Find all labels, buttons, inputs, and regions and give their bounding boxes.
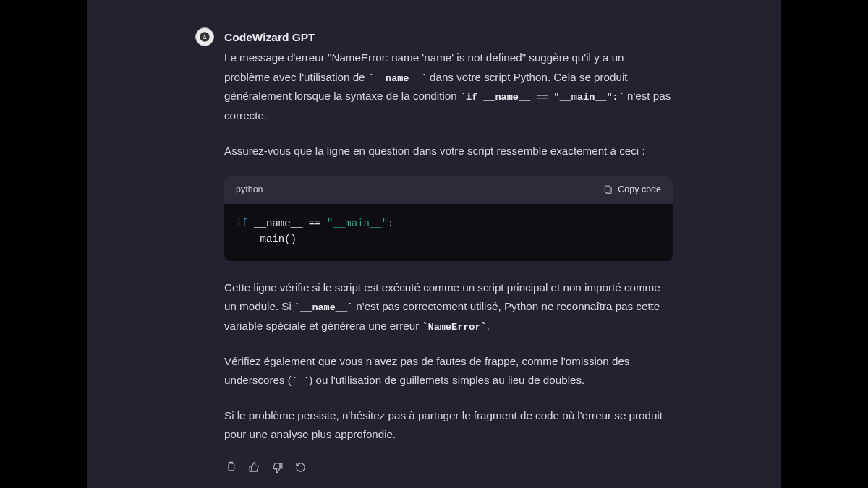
text: ) ou l'utilisation de guillemets simples…: [309, 374, 584, 386]
svg-rect-3: [605, 186, 610, 192]
code-language-label: python: [236, 182, 263, 198]
code-token: main(): [236, 234, 297, 245]
text: .: [487, 320, 490, 332]
bot-avatar: [195, 27, 214, 46]
para-2: Assurez-vous que la ligne en question da…: [224, 142, 673, 161]
clipboard-icon: [225, 461, 237, 474]
thumbs-up-icon: [248, 461, 260, 474]
copy-code-button[interactable]: Copy code: [603, 182, 661, 198]
code-block: python Copy code if __name__ == "__main_…: [224, 176, 673, 261]
para-4: Vérifiez également que vous n'avez pas d…: [224, 352, 673, 390]
regenerate-button[interactable]: [294, 461, 307, 474]
svg-rect-4: [228, 463, 234, 470]
copy-message-button[interactable]: [224, 461, 237, 474]
assistant-message: CodeWizard GPT Le message d'erreur "Name…: [195, 27, 673, 474]
svg-point-1: [204, 36, 206, 38]
inline-code-name: `__name__`: [368, 73, 427, 84]
code-body: if __name__ == "__main__": main(): [224, 204, 673, 261]
copy-code-label: Copy code: [618, 182, 661, 198]
code-token-keyword: if: [236, 218, 248, 229]
thumbs-down-button[interactable]: [271, 461, 284, 474]
right-black-bar: [781, 0, 868, 488]
bot-name: CodeWizard GPT: [224, 27, 673, 47]
para-5: Si le problème persiste, n'hésitez pas à…: [224, 406, 673, 445]
clipboard-icon: [603, 185, 613, 195]
code-header: python Copy code: [224, 176, 673, 204]
para-3: Cette ligne vérifie si le script est exé…: [224, 278, 673, 336]
code-token: __name__ ==: [248, 218, 327, 229]
inline-code-underscore: `_`: [292, 376, 309, 387]
inline-code-nameerror: `NameError`: [422, 322, 487, 333]
chat-panel: CodeWizard GPT Le message d'erreur "Name…: [87, 0, 781, 488]
wizard-icon: [199, 31, 210, 43]
left-black-bar: [0, 0, 87, 488]
para-1: Le message d'erreur "NameError: name 'na…: [224, 48, 673, 125]
refresh-icon: [294, 461, 307, 474]
code-token: :: [388, 218, 393, 229]
inline-code-ifmain: `if __name__ == "__main__":`: [460, 92, 624, 103]
inline-code-name2: `__name__`: [294, 302, 353, 313]
code-token-string: "__main__": [327, 218, 388, 229]
message-actions: [224, 461, 673, 474]
thumbs-down-icon: [271, 461, 284, 474]
thumbs-up-button[interactable]: [247, 461, 260, 474]
